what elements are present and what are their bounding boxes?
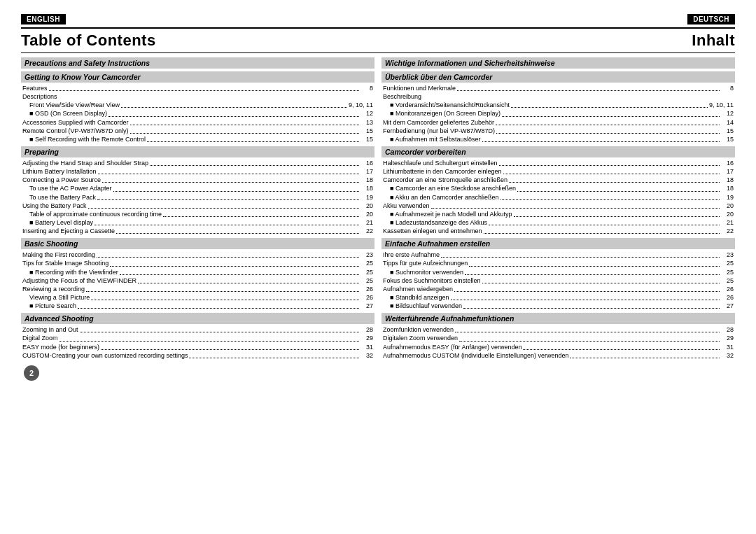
entry-dots — [457, 90, 720, 91]
toc-entry: Tipps für gute Aufzeichnungen25 — [382, 259, 735, 267]
entry-page: 28 — [360, 325, 373, 334]
toc-entry: Digital Zoom29 — [21, 334, 374, 342]
entry-dots — [441, 257, 720, 258]
entry-dots — [469, 266, 720, 267]
entry-dots — [496, 125, 720, 125]
entry-dots — [78, 308, 359, 309]
entry-dots — [496, 133, 720, 134]
toc-entry: Lithium Battery Installation17 — [21, 167, 374, 176]
toc-entry: ■ Picture Search27 — [21, 302, 374, 310]
entry-label: Digitalen Zoom verwenden — [383, 334, 458, 342]
entry-page: 15 — [360, 127, 373, 135]
toc-entry: ■ Akku an den Camcorder anschließen19 — [382, 193, 735, 202]
entry-dots — [509, 182, 720, 183]
entry-page: 23 — [721, 251, 734, 259]
col-english: Precautions and Safety InstructionsGetti… — [21, 57, 374, 360]
toc-entry: Adjusting the Hand Strap and Shoulder St… — [21, 159, 374, 167]
toc-entry: Aufnahmemodus EASY (für Anfänger) verwen… — [382, 343, 735, 351]
entry-dots — [514, 216, 720, 217]
entry-dots — [431, 208, 720, 209]
entry-dots — [130, 125, 359, 125]
entry-label: Inserting and Ejecting a Cassette — [22, 227, 115, 235]
entry-label: ■ OSD (On Screen Display) — [22, 109, 107, 118]
entry-page: 14 — [721, 118, 734, 127]
entry-dots — [91, 300, 359, 300]
entry-page: 25 — [360, 268, 373, 276]
entry-dots — [97, 199, 359, 200]
page-container: ENGLISH DEUTSCH Table of Contents Inhalt… — [0, 0, 756, 534]
toc-entry: Kassetten einlegen und entnehmen22 — [382, 227, 735, 235]
entry-page: 17 — [721, 167, 734, 176]
toc-entry: Zoomfunktion verwenden28 — [382, 325, 735, 334]
entry-label: Zooming In and Out — [22, 325, 78, 334]
entry-label: Features — [22, 84, 48, 92]
entry-label: ■ Picture Search — [22, 302, 76, 310]
toc-entry: ■ Vorderansicht/Seitenansicht/Rückansich… — [382, 101, 735, 109]
entry-page: 25 — [721, 276, 734, 285]
entry-dots — [120, 274, 359, 275]
toc-entry: ■ Standbild anzeigen26 — [382, 293, 735, 302]
entry-dots — [482, 283, 720, 283]
entry-dots — [130, 133, 359, 134]
entry-dots — [523, 349, 720, 350]
entry-label: Adjusting the Hand Strap and Shoulder St… — [22, 159, 148, 167]
entry-page: 20 — [721, 210, 734, 218]
entry-label: Beschreibung — [383, 92, 421, 101]
entry-dots — [570, 358, 720, 358]
entry-label: Making the First recording — [22, 251, 95, 259]
entry-label: To use the Battery Pack — [22, 193, 96, 202]
toc-entry: Table of approximate continuous recordin… — [21, 210, 374, 218]
toc-entry: Adjusting the Focus of the VIEWFINDER25 — [21, 276, 374, 285]
toc-entry: Using the Battery Pack20 — [21, 202, 374, 210]
entry-dots — [451, 300, 720, 300]
toc-entry: Digitalen Zoom verwenden29 — [382, 334, 735, 342]
entry-page: 12 — [721, 109, 734, 118]
entry-label: ■ Vorderansicht/Seitenansicht/Rückansich… — [383, 101, 510, 109]
entry-label: Zoomfunktion verwenden — [383, 325, 454, 334]
section-header-2: Camcorder vorbereiten — [382, 146, 735, 157]
toc-entry: Mit dem Camcorder geliefertes Zubehör14 — [382, 118, 735, 127]
toc-entry: ■ Battery Level display21 — [21, 218, 374, 227]
toc-entry: Halteschlaufe und Schultergurt einstelle… — [382, 159, 735, 167]
entry-dots — [97, 257, 359, 258]
entry-page: 22 — [360, 227, 373, 235]
toc-entry: Aufnahmen wiedergeben26 — [382, 285, 735, 293]
entry-page: 25 — [360, 259, 373, 267]
toc-entry: EASY mode (for beginners)31 — [21, 343, 374, 351]
entry-label: ■ Battery Level display — [22, 218, 93, 227]
toc-entry: ■ Monitoranzeigen (On Screen Display)12 — [382, 109, 735, 118]
entry-page: 20 — [360, 210, 373, 218]
toc-entry: Tips for Stable Image Shooting25 — [21, 259, 374, 267]
entry-label: Descriptions — [22, 92, 57, 101]
section-header-4: Weiterführende Aufnahmefunktionen — [382, 313, 735, 324]
section-header-0: Precautions and Safety Instructions — [21, 57, 374, 69]
entry-label: Fokus des Suchmonitors einstellen — [383, 276, 481, 285]
entry-page: 25 — [360, 276, 373, 285]
entry-label: Funktionen und Merkmale — [383, 84, 456, 92]
lang-badge-de: DEUTSCH — [687, 14, 735, 24]
entry-label: ■ Akku an den Camcorder anschließen — [383, 193, 499, 202]
entry-dots — [503, 174, 720, 174]
entry-dots — [94, 225, 359, 225]
entry-label: Aufnahmen wiedergeben — [383, 285, 453, 293]
toc-entry: Front View/Side View/Rear View9, 10, 11 — [21, 101, 374, 109]
entry-label: Lithiumbatterie in den Camcorder einlege… — [383, 167, 502, 176]
entry-dots — [502, 116, 720, 117]
entry-page: 8 — [721, 84, 734, 92]
entry-page: 26 — [721, 293, 734, 302]
page-badge-container: 2 — [21, 360, 735, 381]
entry-page: 17 — [360, 167, 373, 176]
entry-dots — [499, 165, 720, 166]
entry-label: EASY mode (for beginners) — [22, 343, 99, 351]
toc-entry: Features8 — [21, 84, 374, 92]
section-header-1: Überblick über den Camcorder — [382, 71, 735, 83]
entry-page: 19 — [360, 193, 373, 202]
entry-page: 20 — [721, 202, 734, 210]
entry-label: Tips for Stable Image Shooting — [22, 259, 108, 267]
entry-dots — [138, 283, 359, 283]
toc-entry: ■ Aufnahmen mit Selbstauslöser15 — [382, 135, 735, 143]
entry-dots — [101, 349, 359, 350]
section-header-4: Advanced Shooting — [21, 313, 374, 324]
toc-entry: Accessories Supplied with Camcorder13 — [21, 118, 374, 127]
entry-label: Connecting a Power Source — [22, 176, 101, 184]
